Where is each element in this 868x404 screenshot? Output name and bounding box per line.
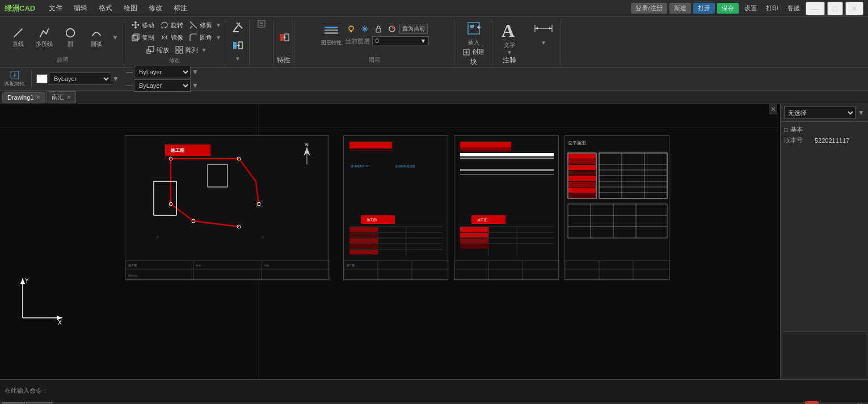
menu-annotate[interactable]: 标注 [171, 2, 189, 14]
cmdline-prompt: 在此输入命令： [5, 386, 48, 395]
titlebar: 绿洲CAD 文件 编辑 格式 绘图 修改 标注 登录/注册 新建 打开 保存 设… [0, 0, 868, 17]
menu-file[interactable]: 文件 [47, 2, 65, 14]
open-button[interactable]: 打开 [693, 3, 715, 14]
dim-more-btn[interactable]: ▼ [541, 40, 546, 46]
fit-icon [7, 70, 23, 80]
more-tool[interactable]: ▼ [230, 56, 246, 62]
trim-more-btn[interactable]: ▼ [216, 19, 221, 31]
svg-rect-117 [460, 150, 511, 152]
canvas-area[interactable]: 施工图 图纸内容 比例 日期 N [0, 104, 780, 379]
layer-on-btn[interactable] [345, 23, 357, 35]
selection-dropdown[interactable]: 无选择 [784, 107, 856, 119]
drawing-canvas[interactable]: 施工图 图纸内容 比例 日期 N [0, 104, 780, 379]
match-properties-btn[interactable] [277, 31, 292, 44]
arc-icon [90, 27, 103, 39]
fillet-more-btn[interactable]: ▼ [216, 32, 221, 43]
panel-close-btn[interactable]: ✕ [769, 104, 777, 114]
color-bylayer-row: ByLayer ▼ [36, 73, 119, 85]
close-button[interactable]: ✕ [845, 2, 863, 15]
layer-props-btn[interactable]: 图层特性 [320, 19, 343, 49]
line-icon [11, 27, 25, 39]
mirror-tool[interactable]: 镜像 [158, 32, 186, 43]
svg-rect-149 [568, 154, 596, 159]
circle-tool[interactable]: 圆 [58, 27, 83, 48]
minimize-button[interactable]: — [806, 2, 825, 15]
insert-btn[interactable]: 插入 [459, 19, 488, 46]
color-swatch[interactable] [36, 74, 48, 83]
modify-section: 移动 旋转 修剪 ▼ 复制 [125, 19, 225, 65]
draw-more-btn[interactable]: ▼ [110, 27, 120, 48]
menu-modify[interactable]: 修改 [146, 2, 165, 14]
fillet-tool[interactable]: 圆角 [187, 32, 214, 43]
annotation-more-btn[interactable]: ▼ [507, 49, 512, 56]
section-checkbox[interactable]: □ [784, 126, 788, 133]
print-button[interactable]: 打印 [762, 3, 782, 14]
tab-drawing1[interactable]: Drawing1 ✕ [2, 92, 45, 103]
svg-text:比例: 比例 [196, 264, 201, 267]
text-btn[interactable]: A 文字 [496, 19, 523, 49]
svg-rect-133 [460, 244, 488, 249]
new-button[interactable]: 新建 [669, 3, 691, 14]
erase-tool[interactable] [230, 19, 246, 35]
array-tool[interactable]: 阵列 [172, 44, 200, 56]
layer-dropdown[interactable]: 0 ▼ [372, 36, 429, 45]
block-section: 插入 创建 块 [456, 19, 492, 65]
array-more-btn[interactable]: ▼ [201, 44, 207, 56]
layer-color-btn[interactable] [386, 23, 398, 35]
svg-rect-4 [132, 36, 137, 41]
version-value: 5220211117 [815, 137, 849, 144]
menu-format[interactable]: 格式 [96, 2, 115, 14]
tab-nanhui[interactable]: 南汇 ✕ [47, 91, 76, 103]
trim-tool[interactable]: 修剪 [187, 19, 214, 31]
line-tool[interactable]: 直线 [6, 27, 31, 48]
lineweight-dropdown-btn[interactable]: ▼ [192, 82, 199, 90]
service-button[interactable]: 客服 [784, 3, 803, 14]
copy-tool[interactable]: 复制 [129, 32, 157, 43]
props-expand-btn[interactable] [257, 19, 266, 28]
login-button[interactable]: 登录/注册 [631, 3, 667, 14]
create-block-icon [462, 48, 470, 56]
tab-drawing1-close[interactable]: ✕ [36, 94, 40, 100]
rotate-tool[interactable]: 旋转 [158, 19, 186, 31]
home-logo [805, 401, 819, 405]
svg-rect-23 [280, 34, 284, 41]
properties-columns-section [251, 19, 273, 65]
menu-draw[interactable]: 绘图 [121, 2, 140, 14]
match-props-tool[interactable] [230, 37, 246, 53]
grid-dots-btn[interactable]: ⠿ [856, 402, 863, 405]
linetype-select[interactable]: ByLayer [134, 66, 191, 78]
snowflake-icon [361, 25, 369, 33]
polyline-tool[interactable]: 多段线 [32, 27, 57, 48]
linetype-dropdown-btn[interactable]: ▼ [192, 68, 199, 76]
svg-line-0 [14, 28, 23, 37]
save-button[interactable]: 保存 [717, 3, 739, 14]
layer-freeze-btn[interactable] [359, 23, 371, 35]
tab-nanhui-close[interactable]: ✕ [66, 94, 71, 100]
panel-header-dropdown-icon: ▼ [858, 109, 865, 117]
lineweight-select[interactable]: ByLayer [134, 79, 191, 92]
linear-dim-btn[interactable] [530, 19, 557, 37]
svg-rect-108 [349, 239, 378, 243]
scale-tool[interactable]: 缩放 [144, 44, 171, 56]
settings-button[interactable]: 设置 [741, 3, 760, 14]
svg-point-1 [66, 28, 75, 37]
maximize-button[interactable]: □ [827, 2, 843, 15]
tab-nanhui-label: 南汇 [52, 93, 64, 101]
menu-edit[interactable]: 编辑 [71, 2, 90, 14]
color-select[interactable]: ByLayer [49, 73, 111, 85]
lightbulb-icon [347, 25, 355, 33]
color-dropdown-btn[interactable]: ▼ [112, 75, 119, 83]
cad-drawing-3: 施工图 [454, 136, 559, 280]
svg-rect-115 [460, 142, 511, 147]
fit-props-btn[interactable]: 匹配特性 [2, 70, 32, 88]
layer-lock-btn[interactable] [372, 23, 385, 35]
rotate-icon [160, 20, 169, 29]
cmdline-input[interactable] [50, 388, 863, 394]
svg-rect-151 [568, 165, 596, 170]
create-block-btn[interactable]: 创建 [460, 46, 487, 57]
svg-text:图纸内容: 图纸内容 [128, 274, 137, 277]
arc-tool[interactable]: 圆弧 [84, 27, 109, 48]
move-tool[interactable]: 移动 [129, 19, 157, 31]
crosshair-h [0, 127, 780, 127]
set-current-btn[interactable]: 置为当前 [399, 24, 428, 34]
